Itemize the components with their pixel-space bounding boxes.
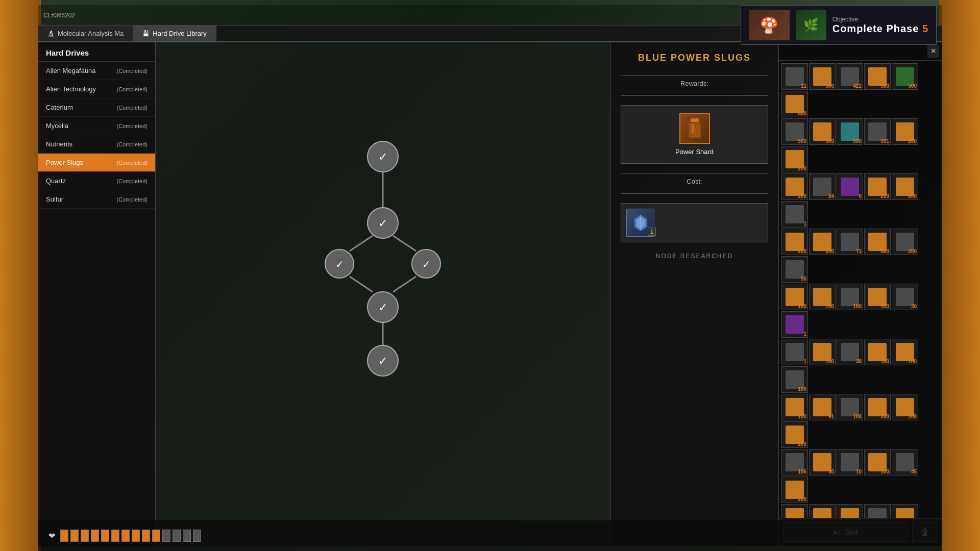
inventory-slot[interactable]: 11 [781,63,808,90]
inventory-slot[interactable]: 100 [864,339,891,365]
hud-bar [60,530,68,542]
inventory-slot[interactable]: 200 [809,504,836,518]
item-count: 200 [880,193,889,199]
inventory-slot[interactable]: 73 [837,229,863,255]
sidebar-item-alien-technology[interactable]: Alien Technology (Completed) [38,80,155,98]
inventory-slot[interactable]: 200 [781,504,808,518]
inventory-slot[interactable]: 91 [809,394,836,420]
inventory-slot[interactable]: 50 [781,256,808,283]
inventory-slot[interactable]: 500 [864,63,891,90]
item-count: 200 [798,441,806,447]
inventory-slot[interactable]: 500 [809,118,836,145]
inventory-slot[interactable]: 1 [781,339,808,365]
item-count: 45 [911,469,917,474]
inventory-slot[interactable]: 200 [892,229,918,255]
inventory-slot[interactable]: 100 [864,284,891,310]
inventory-slot[interactable]: 200 [837,504,863,518]
inventory-row: 2002007350020050 [781,228,940,283]
inventory-slot[interactable]: 6 [837,173,863,200]
inventory-slot[interactable]: 200 [892,394,918,420]
item-count: 50 [801,276,806,282]
inventory-slot[interactable]: 200 [781,229,808,255]
inventory-slot[interactable]: 391 [864,118,891,145]
inventory-slot[interactable]: 500 [892,63,918,90]
phase-objective: Objective: [832,16,928,23]
close-button[interactable]: × [927,45,939,58]
phase-text: Objective: Complete Phase 5 [832,16,928,35]
cost-count: 1 [648,228,656,236]
research-panel: BLUE POWER SLUGS Rewards: Power Shard Co… [610,42,778,546]
item-count: 500 [798,111,806,116]
inventory-slot[interactable]: 200 [781,477,808,503]
svg-line-2 [393,236,416,251]
sidebar-item-quartz[interactable]: Quartz (Completed) [38,172,155,190]
sidebar-status-nutrients: (Completed) [116,141,148,147]
item-count: 200 [798,496,806,502]
inventory-slot[interactable]: 200 [892,173,918,200]
rewards-label: Rewards: [621,80,768,87]
inventory-slot[interactable]: 200 [864,173,891,200]
divider-3 [621,173,768,173]
inventory-slot[interactable]: 10 [837,449,863,475]
inventory-slot[interactable]: 500 [781,91,808,117]
inventory-slot[interactable]: 500 [864,229,891,255]
item-count: 24 [828,193,834,199]
item-count: 200 [908,193,917,199]
inventory-slot[interactable]: 200 [781,173,808,200]
inventory-slot[interactable]: 422 [837,63,863,90]
bottom-hud: ❤ [38,520,942,551]
item-count: 100 [908,359,917,364]
sidebar-label-power-slugs: Power Slugs [46,159,83,166]
inventory-slot[interactable]: 106 [781,449,808,475]
inventory-slot[interactable]: 200 [892,118,918,145]
svg-text:✓: ✓ [378,355,387,367]
power-shard-icon [684,116,705,141]
inventory-slot[interactable]: 24 [809,173,836,200]
inventory-slot[interactable]: 100 [892,504,918,518]
inventory-slot[interactable]: 100 [781,394,808,420]
inventory-slot[interactable]: 30 [892,284,918,310]
sidebar-item-sulfur[interactable]: Sulfur (Completed) [38,190,155,209]
inventory-slot[interactable]: 108 [837,394,863,420]
sidebar-item-caterium[interactable]: Caterium (Completed) [38,98,155,117]
inventory-slot[interactable]: 1 [781,201,808,228]
sidebar-item-power-slugs[interactable]: Power Slugs (Completed) [38,154,155,172]
inventory-slot[interactable]: 200 [864,394,891,420]
phase-complete-label: Complete Phase 5 [832,23,928,35]
item-count: 50 [828,469,834,474]
inventory-slot[interactable]: 100 [892,339,918,365]
tab-molecular[interactable]: 🔬 Molecular Analysis Ma [38,26,133,41]
inventory-slot[interactable]: 100 [864,504,891,518]
item-icon-bg [868,508,887,518]
inventory-slot[interactable]: 200 [781,421,808,448]
inventory-slot[interactable]: 45 [892,449,918,475]
inventory-slot[interactable]: 50 [809,449,836,475]
inventory-slot[interactable]: 100 [809,284,836,310]
tab-hard-drive[interactable]: 💾 Hard Drive Library [133,26,216,41]
inventory-slot[interactable]: 100 [837,284,863,310]
item-icon-bg [786,205,804,223]
inventory-slot[interactable]: 500 [809,63,836,90]
inventory-slot[interactable]: 100 [781,366,808,393]
inventory-slot[interactable]: 100 [809,339,836,365]
hud-bar [162,530,170,542]
sidebar-item-alien-megafauna[interactable]: Alien Megafauna (Completed) [38,62,155,80]
svg-line-4 [393,277,416,292]
inventory-slot[interactable]: 200 [809,229,836,255]
inventory-slot[interactable]: 100 [781,284,808,310]
inventory-slot[interactable]: 500 [781,118,808,145]
hud-bar [101,530,109,542]
inventory-slot[interactable]: 200 [781,146,808,172]
inventory-slot[interactable]: 38 [837,339,863,365]
sidebar-item-mycelia[interactable]: Mycelia (Completed) [38,117,155,135]
sidebar-status-quartz: (Completed) [116,178,148,184]
inventory-slot[interactable]: 500 [837,118,863,145]
item-count: 500 [825,83,834,89]
phase-number: 5 [922,23,928,34]
inventory-slot[interactable]: 1 [781,311,808,338]
inventory-slot[interactable]: 100 [864,449,891,475]
hud-heart-icon: ❤ [48,531,55,541]
item-count: 1 [803,221,806,227]
item-count: 500 [825,138,834,144]
sidebar-item-nutrients[interactable]: Nutrients (Completed) [38,135,155,154]
